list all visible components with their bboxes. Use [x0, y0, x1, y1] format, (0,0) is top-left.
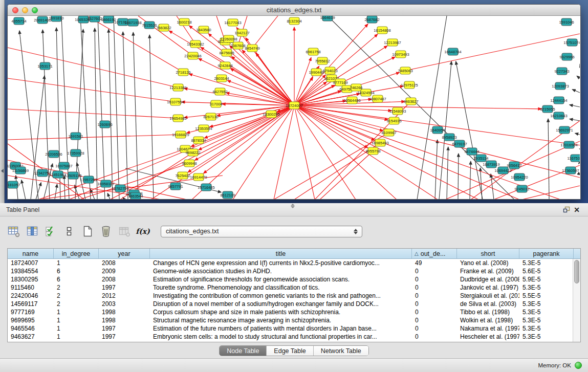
- table-cell[interactable]: 19384554: [8, 267, 54, 275]
- graph-node[interactable]: 6961758: [306, 48, 320, 55]
- graph-node[interactable]: 317004: [209, 100, 222, 107]
- table-selector-dropdown[interactable]: citations_edges.txt: [161, 226, 362, 237]
- graph-edge[interactable]: [458, 154, 459, 199]
- show-columns-icon[interactable]: [25, 224, 40, 239]
- graph-edge[interactable]: [577, 76, 580, 78]
- graph-node[interactable]: 9154935: [386, 117, 401, 124]
- graph-edge[interactable]: [435, 140, 438, 199]
- table-cell[interactable]: 1: [54, 316, 99, 324]
- table-cell[interactable]: 9463627: [8, 333, 54, 341]
- table-cell[interactable]: Structural magnetic resonance image aver…: [150, 316, 412, 324]
- create-column-icon[interactable]: [80, 224, 95, 239]
- graph-node[interactable]: 8267130: [203, 113, 218, 120]
- table-cell[interactable]: Embryonic stem cells: a model to study s…: [150, 333, 412, 341]
- network-view-window[interactable]: citations_edges.txt 18724007183002951654…: [7, 4, 581, 200]
- table-cell[interactable]: 9115460: [8, 283, 54, 292]
- graph-node[interactable]: 17957253: [80, 176, 97, 183]
- graph-node[interactable]: 2803144: [214, 75, 229, 82]
- table-cell[interactable]: Tibbo et al. (1998): [457, 308, 519, 316]
- table-cell[interactable]: Dudbridge et al. (2008): [457, 275, 519, 283]
- graph-node[interactable]: 8109967: [381, 129, 396, 136]
- table-cell[interactable]: Wolkin et al. (1998): [457, 316, 519, 324]
- select-columns-icon[interactable]: [43, 224, 58, 239]
- table-cell[interactable]: 0: [412, 267, 457, 275]
- graph-node[interactable]: 8475685: [219, 49, 234, 56]
- table-cell[interactable]: 2: [54, 300, 99, 308]
- table-cell[interactable]: 2003: [99, 300, 150, 308]
- graph-node[interactable]: 7955812: [315, 57, 330, 64]
- graph-edge[interactable]: [570, 105, 580, 107]
- graph-node[interactable]: 16985493: [372, 139, 388, 146]
- table-cell[interactable]: 1997: [99, 324, 150, 333]
- table-cell[interactable]: 2: [54, 283, 99, 292]
- graph-edge[interactable]: [189, 26, 294, 105]
- tab-network-table[interactable]: Network Table: [314, 346, 368, 356]
- tab-edge-table[interactable]: Edge Table: [267, 346, 313, 356]
- graph-edge[interactable]: [8, 135, 181, 140]
- table-cell[interactable]: 0: [412, 324, 457, 333]
- graph-edge[interactable]: [405, 34, 580, 71]
- graph-edge[interactable]: [55, 184, 57, 199]
- graph-edge[interactable]: [579, 162, 580, 164]
- graph-edge[interactable]: [575, 133, 580, 135]
- graph-node[interactable]: 12213987: [384, 39, 401, 46]
- graph-node[interactable]: 7615526: [142, 21, 157, 29]
- graph-node[interactable]: 7625402: [175, 172, 190, 179]
- graph-node[interactable]: 17016504: [560, 141, 577, 148]
- graph-node[interactable]: 9609948: [182, 160, 197, 167]
- graph-node[interactable]: 11675318: [568, 155, 580, 162]
- table-cell[interactable]: 2012: [99, 292, 150, 300]
- table-cell[interactable]: 5.9E-5: [519, 275, 574, 283]
- graph-node[interactable]: 9227343: [554, 68, 569, 75]
- graph-node[interactable]: 9245012: [514, 185, 529, 192]
- memory-ok-indicator[interactable]: [575, 362, 582, 369]
- table-row[interactable]: 1938455462009Genome-wide association stu…: [8, 267, 580, 275]
- table-cell[interactable]: 6: [54, 275, 99, 283]
- graph-node[interactable]: 8454749: [245, 45, 259, 52]
- window-titlebar[interactable]: citations_edges.txt: [8, 5, 580, 16]
- column-header-title[interactable]: title: [150, 249, 412, 258]
- graph-edge[interactable]: [31, 76, 45, 199]
- table-row[interactable]: 946362711997Embryonic stem cells: a mode…: [8, 333, 580, 341]
- graph-edge[interactable]: [294, 82, 326, 105]
- graph-edge[interactable]: [114, 16, 119, 199]
- graph-edge[interactable]: [294, 105, 397, 199]
- table-cell[interactable]: Stergiakouli et al. (2012): [457, 292, 519, 300]
- table-panel-header[interactable]: Table Panel ✕: [0, 203, 588, 216]
- graph-node[interactable]: 10954220: [511, 173, 528, 181]
- graph-node[interactable]: 1990448: [309, 69, 323, 76]
- graph-edge[interactable]: [98, 16, 105, 199]
- graph-edge[interactable]: [108, 29, 113, 199]
- graph-node[interactable]: 9329966: [559, 53, 574, 60]
- table-cell[interactable]: 22420046: [8, 292, 54, 300]
- graph-edge[interactable]: [570, 119, 580, 121]
- graph-node[interactable]: 1181057: [8, 181, 20, 188]
- table-cell[interactable]: 6: [54, 267, 99, 275]
- graph-node[interactable]: 9498222: [185, 149, 200, 156]
- table-row[interactable]: 977716911998Corpus callosum shape and si…: [8, 308, 580, 316]
- splitter-collapse-icon[interactable]: [1, 169, 4, 173]
- graph-node[interactable]: 8955798: [365, 147, 380, 155]
- graph-edge[interactable]: [8, 109, 178, 118]
- graph-node[interactable]: 1942127: [234, 29, 249, 36]
- minimize-button[interactable]: [22, 7, 28, 13]
- graph-node[interactable]: 2718126: [176, 69, 190, 76]
- table-row[interactable]: 946554611997Estimation of the future num…: [8, 324, 580, 333]
- close-button[interactable]: [12, 7, 18, 13]
- graph-node[interactable]: 1053171: [37, 62, 52, 70]
- table-cell[interactable]: 2008: [99, 259, 150, 267]
- table-row[interactable]: 969969511998Structural magnetic resonanc…: [8, 316, 580, 324]
- column-header-short[interactable]: short: [457, 249, 519, 258]
- graph-node[interactable]: 12213389: [169, 84, 186, 91]
- graph-node[interactable]: 2935114: [474, 155, 489, 162]
- function-builder-icon[interactable]: f(x): [135, 224, 150, 239]
- table-cell[interactable]: 5.3E-5: [519, 308, 574, 316]
- control-panel-splitter[interactable]: [0, 0, 5, 203]
- graph-node[interactable]: 16543382: [187, 40, 204, 48]
- graph-node[interactable]: 2367608: [230, 42, 245, 49]
- graph-node[interactable]: 15751074: [563, 39, 580, 46]
- graph-edge[interactable]: [320, 151, 373, 199]
- graph-node[interactable]: 8427552: [212, 88, 227, 95]
- graph-node[interactable]: 12353594: [195, 125, 212, 132]
- graph-edge[interactable]: [80, 16, 91, 199]
